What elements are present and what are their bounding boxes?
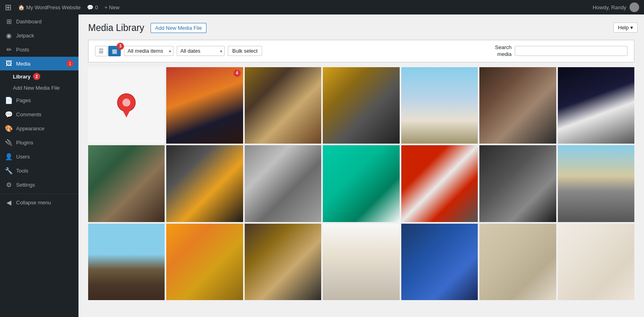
sidebar-item-users[interactable]: 👤 Users [0,150,78,164]
sidebar-item-plugins[interactable]: 🔌 Plugins [0,136,78,150]
sidebar-label-jetpack: Jetpack [16,33,74,39]
media-item-cards[interactable] [245,67,321,144]
sidebar-item-pages[interactable]: 📄 Pages [0,93,78,107]
content-area: Media Library Add New Media File ☰ ▦ 3 [78,14,644,317]
media-thumbnail-cards [245,67,321,144]
media-item-motorhome2[interactable] [401,145,478,222]
collapse-icon: ◀ [5,199,13,206]
list-view-button[interactable]: ☰ [95,46,107,56]
jetpack-icon: ◉ [5,32,13,39]
view-toggle: ☰ ▦ 3 [95,46,121,56]
media-thumbnail-beige [479,224,556,300]
plugins-icon: 🔌 [5,139,13,146]
sidebar-item-settings[interactable]: ⚙ Settings [0,178,78,192]
help-button[interactable]: Help ▾ [613,23,638,33]
media-item-candle[interactable] [323,224,399,300]
appearance-icon: 🎨 [5,125,13,132]
sidebar-label-dashboard: Dashboard [16,19,74,25]
user-avatar[interactable] [630,2,639,12]
media-item-logo[interactable] [558,224,634,300]
bulk-select-button[interactable]: Bulk select [228,46,262,56]
pages-icon: 📄 [5,97,13,104]
list-icon: ☰ [99,48,104,54]
adminbar-user: Howdy, Randy [592,2,639,12]
media-toolbar: ☰ ▦ 3 All media items Images Audio Video… [88,40,634,62]
media-thumbnail-logo [558,224,634,300]
media-thumbnail-bicycle [479,145,556,222]
sidebar-label-tools: Tools [16,168,74,174]
sidebar-item-dashboard[interactable]: ⊞ Dashboard [0,14,78,29]
sidebar-item-jetpack[interactable]: ◉ Jetpack [0,29,78,43]
users-icon: 👤 [5,153,13,161]
notification-badge-3: 3 [117,43,124,50]
svg-marker-2 [122,108,131,117]
media-item-bicycle[interactable] [479,145,556,222]
media-thumbnail-nashville [323,145,399,222]
media-item-oldcar[interactable] [88,145,165,222]
media-thumbnail-moto [166,145,243,222]
sidebar-label-settings: Settings [16,182,74,188]
sidebar-item-posts[interactable]: ✏ Posts [0,43,78,57]
media-item-city[interactable]: 4 [166,67,243,144]
sidebar-label-pages: Pages [16,97,74,103]
sidebar-item-media[interactable]: 🖼 Media 1 [0,57,78,70]
page-title: Media Library [88,23,144,33]
media-thumbnail-cafe [479,67,556,144]
list-view-wrap: ☰ [95,46,107,56]
library-label: Library [13,74,31,80]
search-media-input[interactable] [515,46,627,56]
media-item-truck[interactable] [88,224,165,300]
media-thumbnail-truck [88,224,165,300]
adminbar-new[interactable]: + New [105,4,120,10]
media-item-vintagecar[interactable] [245,145,321,222]
media-item-rv[interactable] [558,67,634,144]
sidebar-item-appearance[interactable]: 🎨 Appearance [0,121,78,136]
filter-type-wrap: All media items Images Audio Video Docum… [124,46,173,56]
sidebar-label-appearance: Appearance [16,126,74,132]
sidebar-subitem-library[interactable]: Library 2 [0,70,78,82]
sidebar-collapse[interactable]: ◀ Collapse menu [0,196,78,210]
search-media-wrap: Searchmedia [495,44,627,58]
adminbar-comments[interactable]: 💬 0 [87,4,98,10]
adminbar-site[interactable]: 🏠 My WordPress Website [18,4,80,10]
search-media-label: Searchmedia [495,44,512,58]
sidebar-item-tools[interactable]: 🔧 Tools [0,164,78,178]
comments-count: 0 [95,4,98,10]
media-thumbnail-bridge [401,67,478,144]
media-thumbnail-motorcycle2 [558,145,634,222]
sidebar-label-posts: Posts [16,47,74,53]
media-item-pin[interactable] [88,67,165,144]
svg-point-1 [122,99,130,107]
media-item-bikes[interactable] [323,67,399,144]
howdy-text: Howdy, Randy [592,4,626,10]
sidebar-subitem-add-new-media[interactable]: Add New Media File [0,82,78,93]
sidebar-label-media: Media [16,61,63,67]
comments-nav-icon: 💬 [5,111,13,118]
media-item-yellowcar[interactable] [166,224,243,300]
sidebar: ⊞ Dashboard ◉ Jetpack ✏ Posts 🖼 Media 1 … [0,14,78,317]
page-header: Media Library Add New Media File [88,23,634,33]
wp-logo-icon[interactable]: ⊞ [5,2,12,12]
media-item-bible[interactable] [401,224,478,300]
media-item-nashville[interactable] [323,145,399,222]
media-item-motorcycle2[interactable] [558,145,634,222]
media-item-cards2[interactable] [245,224,321,300]
media-item-bridge[interactable] [401,67,478,144]
filter-date-select[interactable]: All dates January 2024 February 2024 [177,46,225,56]
media-thumbnail-candle [323,224,399,300]
media-thumbnail-bible [401,224,478,300]
library-badge: 2 [33,73,40,80]
add-new-media-button[interactable]: Add New Media File [151,23,206,33]
sidebar-item-comments[interactable]: 💬 Comments [0,107,78,121]
filter-type-select[interactable]: All media items Images Audio Video Docum… [124,46,173,56]
admin-bar: ⊞ 🏠 My WordPress Website 💬 0 + New Howdy… [0,0,644,14]
media-item-beige[interactable] [479,224,556,300]
site-name: My WordPress Website [26,4,80,10]
sidebar-label-users: Users [16,154,74,160]
media-item-cafe[interactable] [479,67,556,144]
collapse-label: Collapse menu [16,200,74,206]
dashboard-icon: ⊞ [5,18,13,25]
media-thumbnail-vintagecar [245,145,321,222]
media-icon: 🖼 [5,60,13,67]
media-item-moto[interactable] [166,145,243,222]
